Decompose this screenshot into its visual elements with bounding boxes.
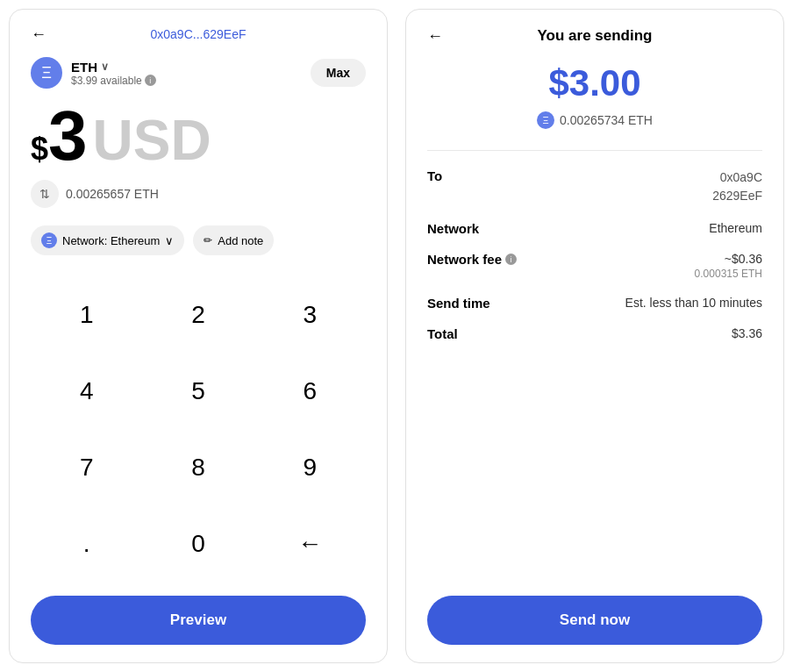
to-row: To 0x0a9C 2629EeF	[427, 168, 762, 205]
eth-token-icon: Ξ	[31, 57, 62, 89]
numpad-dot[interactable]: .	[31, 505, 142, 582]
left-back-button[interactable]: ←	[31, 25, 46, 44]
token-text: ETH ∨ $3.99 available i	[71, 60, 156, 87]
numpad-2[interactable]: 2	[142, 276, 254, 353]
fee-label: Network fee	[427, 252, 502, 267]
token-balance: $3.99 available i	[71, 75, 156, 87]
send-time-value: Est. less than 10 minutes	[625, 296, 762, 310]
right-title: You are sending	[538, 27, 653, 45]
numpad-4[interactable]: 4	[31, 353, 142, 429]
left-header: ← 0x0a9C...629EeF	[31, 27, 366, 41]
numpad-3[interactable]: 3	[254, 276, 366, 353]
add-note-button[interactable]: ✏ Add note	[193, 225, 274, 255]
sending-eth-text: 0.00265734 ETH	[560, 113, 653, 127]
preview-button[interactable]: Preview	[31, 596, 366, 645]
network-chevron-icon: ∨	[165, 234, 174, 247]
network-detail-value: Ethereum	[709, 221, 762, 235]
fee-info-icon[interactable]: i	[505, 254, 517, 265]
divider	[427, 150, 762, 151]
max-button[interactable]: Max	[311, 59, 366, 87]
token-balance-text: $3.99 available	[71, 75, 142, 87]
to-address-line1: 0x0a9C	[712, 168, 762, 187]
network-icon: Ξ	[41, 232, 57, 248]
total-value: $3.36	[732, 326, 762, 340]
currency-label: USD	[93, 112, 211, 168]
token-chevron-icon: ∨	[101, 61, 109, 73]
fee-value-col: ~$0.36 0.000315 ETH	[695, 252, 762, 280]
token-name-label: ETH	[71, 60, 97, 75]
amount-number: 3	[48, 101, 88, 171]
numpad-6[interactable]: 6	[254, 353, 366, 429]
address-link[interactable]: 0x0a9C...629EeF	[151, 27, 246, 41]
left-panel: ← 0x0a9C...629EeF Ξ ETH ∨ $3.99 availabl…	[9, 9, 388, 663]
sending-eth-row: Ξ 0.00265734 ETH	[427, 111, 762, 129]
to-address: 0x0a9C 2629EeF	[712, 168, 762, 205]
network-button[interactable]: Ξ Network: Ethereum ∨	[31, 225, 184, 255]
add-note-label: Add note	[218, 234, 263, 247]
fee-eth: 0.000315 ETH	[695, 268, 762, 280]
right-header: ← You are sending	[427, 27, 762, 45]
right-back-button[interactable]: ←	[427, 27, 443, 46]
total-row: Total $3.36	[427, 326, 762, 341]
numpad-7[interactable]: 7	[31, 429, 142, 505]
token-name-row[interactable]: ETH ∨	[71, 60, 156, 75]
network-detail-label: Network	[427, 221, 479, 236]
numpad-5[interactable]: 5	[142, 353, 254, 429]
total-label: Total	[427, 326, 458, 341]
network-row: Network Ethereum	[427, 221, 762, 236]
network-label: Network: Ethereum	[62, 234, 160, 247]
numpad-1[interactable]: 1	[31, 276, 142, 353]
to-address-line2: 2629EeF	[712, 187, 762, 205]
fee-usd: ~$0.36	[695, 252, 762, 266]
send-time-label: Send time	[427, 296, 490, 311]
amount-display: $ 3 USD	[31, 101, 366, 171]
numpad: 1 2 3 4 5 6 7 8 9 . 0 ←	[31, 276, 366, 582]
to-label: To	[427, 168, 442, 183]
dollar-sign: $	[31, 131, 48, 168]
token-row: Ξ ETH ∨ $3.99 available i Max	[31, 57, 366, 89]
balance-info-icon[interactable]: i	[145, 75, 156, 86]
swap-button[interactable]: ⇅	[31, 180, 59, 208]
send-now-button[interactable]: Send now	[427, 596, 762, 645]
fee-row: Network fee i ~$0.36 0.000315 ETH	[427, 252, 762, 280]
fee-label-row: Network fee i	[427, 252, 517, 267]
eth-equiv-text: 0.00265657 ETH	[66, 187, 159, 201]
pencil-icon: ✏	[204, 234, 212, 247]
send-time-row: Send time Est. less than 10 minutes	[427, 296, 762, 311]
sending-usd: $3.00	[427, 62, 762, 104]
options-row: Ξ Network: Ethereum ∨ ✏ Add note	[31, 225, 366, 255]
eth-mini-icon: Ξ	[537, 111, 554, 129]
numpad-0[interactable]: 0	[142, 505, 254, 582]
token-info: Ξ ETH ∨ $3.99 available i	[31, 57, 156, 89]
numpad-backspace[interactable]: ←	[254, 505, 366, 582]
numpad-9[interactable]: 9	[254, 429, 366, 505]
eth-equivalent-row: ⇅ 0.00265657 ETH	[31, 180, 366, 208]
right-panel: ← You are sending $3.00 Ξ 0.00265734 ETH…	[405, 9, 784, 663]
sending-amount: $3.00	[427, 62, 762, 104]
numpad-8[interactable]: 8	[142, 429, 254, 505]
